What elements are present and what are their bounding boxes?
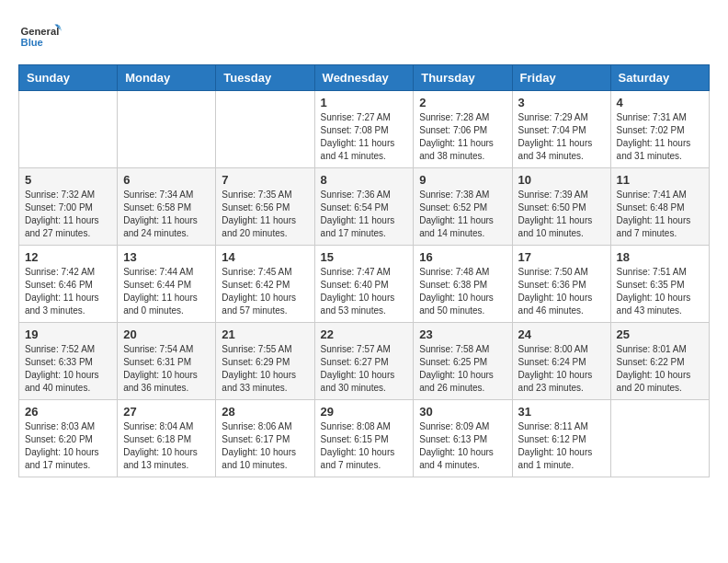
day-number: 28 <box>222 405 308 419</box>
day-number: 8 <box>321 173 408 187</box>
calendar-cell: 12Sunrise: 7:42 AM Sunset: 6:46 PM Dayli… <box>19 246 118 323</box>
day-number: 25 <box>617 327 703 341</box>
day-info: Sunrise: 7:29 AM Sunset: 7:04 PM Dayligh… <box>518 111 605 163</box>
calendar-cell: 21Sunrise: 7:55 AM Sunset: 6:29 PM Dayli… <box>216 323 314 400</box>
day-number: 23 <box>419 327 506 341</box>
day-number: 4 <box>617 96 703 109</box>
day-info: Sunrise: 7:58 AM Sunset: 6:25 PM Dayligh… <box>419 343 506 395</box>
calendar-cell: 11Sunrise: 7:41 AM Sunset: 6:48 PM Dayli… <box>610 168 709 246</box>
calendar-cell: 20Sunrise: 7:54 AM Sunset: 6:31 PM Dayli… <box>118 323 216 400</box>
calendar-week-row: 5Sunrise: 7:32 AM Sunset: 7:00 PM Daylig… <box>19 168 710 246</box>
day-number: 24 <box>518 327 605 341</box>
day-number: 2 <box>419 96 506 109</box>
calendar-cell <box>216 91 314 168</box>
day-number: 14 <box>222 250 308 264</box>
calendar-cell: 17Sunrise: 7:50 AM Sunset: 6:36 PM Dayli… <box>512 246 610 323</box>
calendar-week-row: 26Sunrise: 8:03 AM Sunset: 6:20 PM Dayli… <box>19 400 710 477</box>
calendar-cell: 3Sunrise: 7:29 AM Sunset: 7:04 PM Daylig… <box>512 91 610 168</box>
day-info: Sunrise: 7:42 AM Sunset: 6:46 PM Dayligh… <box>25 266 111 317</box>
calendar-cell: 5Sunrise: 7:32 AM Sunset: 7:00 PM Daylig… <box>19 168 118 246</box>
day-info: Sunrise: 7:48 AM Sunset: 6:38 PM Dayligh… <box>419 266 506 317</box>
calendar-cell: 31Sunrise: 8:11 AM Sunset: 6:12 PM Dayli… <box>512 400 610 477</box>
calendar-cell: 23Sunrise: 7:58 AM Sunset: 6:25 PM Dayli… <box>414 323 512 400</box>
day-info: Sunrise: 7:47 AM Sunset: 6:40 PM Dayligh… <box>321 266 408 317</box>
day-info: Sunrise: 7:39 AM Sunset: 6:50 PM Dayligh… <box>518 189 605 240</box>
calendar-cell <box>610 400 709 477</box>
logo: General Blue <box>18 18 64 55</box>
day-info: Sunrise: 7:54 AM Sunset: 6:31 PM Dayligh… <box>123 343 210 395</box>
day-number: 21 <box>222 327 308 341</box>
day-number: 30 <box>419 405 506 419</box>
day-info: Sunrise: 7:45 AM Sunset: 6:42 PM Dayligh… <box>222 266 308 317</box>
weekday-header: Friday <box>512 65 610 91</box>
day-number: 20 <box>123 327 210 341</box>
day-info: Sunrise: 7:32 AM Sunset: 7:00 PM Dayligh… <box>25 189 111 240</box>
day-number: 10 <box>518 173 605 187</box>
day-number: 26 <box>25 405 111 419</box>
day-number: 11 <box>617 173 703 187</box>
day-info: Sunrise: 7:55 AM Sunset: 6:29 PM Dayligh… <box>222 343 308 395</box>
day-number: 27 <box>123 405 210 419</box>
day-info: Sunrise: 7:35 AM Sunset: 6:56 PM Dayligh… <box>222 189 308 240</box>
day-number: 22 <box>321 327 408 341</box>
weekday-header: Monday <box>118 65 216 91</box>
logo-icon: General Blue <box>18 18 64 55</box>
day-number: 19 <box>25 327 111 341</box>
calendar-cell: 7Sunrise: 7:35 AM Sunset: 6:56 PM Daylig… <box>216 168 314 246</box>
day-info: Sunrise: 8:03 AM Sunset: 6:20 PM Dayligh… <box>25 420 111 472</box>
day-info: Sunrise: 7:50 AM Sunset: 6:36 PM Dayligh… <box>518 266 605 317</box>
day-number: 17 <box>518 250 605 264</box>
day-number: 9 <box>419 173 506 187</box>
day-number: 5 <box>25 173 111 187</box>
day-info: Sunrise: 7:28 AM Sunset: 7:06 PM Dayligh… <box>419 111 506 163</box>
day-info: Sunrise: 8:01 AM Sunset: 6:22 PM Dayligh… <box>617 343 703 395</box>
day-number: 6 <box>123 173 210 187</box>
day-info: Sunrise: 7:34 AM Sunset: 6:58 PM Dayligh… <box>123 189 210 240</box>
calendar-cell: 28Sunrise: 8:06 AM Sunset: 6:17 PM Dayli… <box>216 400 314 477</box>
day-info: Sunrise: 8:08 AM Sunset: 6:15 PM Dayligh… <box>321 420 408 472</box>
day-number: 31 <box>518 405 605 419</box>
calendar-cell: 19Sunrise: 7:52 AM Sunset: 6:33 PM Dayli… <box>19 323 118 400</box>
day-info: Sunrise: 8:00 AM Sunset: 6:24 PM Dayligh… <box>518 343 605 395</box>
weekday-header: Tuesday <box>216 65 314 91</box>
calendar-cell: 18Sunrise: 7:51 AM Sunset: 6:35 PM Dayli… <box>610 246 709 323</box>
calendar-cell: 29Sunrise: 8:08 AM Sunset: 6:15 PM Dayli… <box>314 400 414 477</box>
day-number: 1 <box>321 96 408 109</box>
day-number: 16 <box>419 250 506 264</box>
calendar-cell: 2Sunrise: 7:28 AM Sunset: 7:06 PM Daylig… <box>414 91 512 168</box>
calendar-cell: 1Sunrise: 7:27 AM Sunset: 7:08 PM Daylig… <box>314 91 414 168</box>
day-info: Sunrise: 7:51 AM Sunset: 6:35 PM Dayligh… <box>617 266 703 317</box>
calendar-cell: 4Sunrise: 7:31 AM Sunset: 7:02 PM Daylig… <box>610 91 709 168</box>
calendar-cell: 25Sunrise: 8:01 AM Sunset: 6:22 PM Dayli… <box>610 323 709 400</box>
calendar-cell: 30Sunrise: 8:09 AM Sunset: 6:13 PM Dayli… <box>414 400 512 477</box>
calendar-cell: 27Sunrise: 8:04 AM Sunset: 6:18 PM Dayli… <box>118 400 216 477</box>
calendar-week-row: 19Sunrise: 7:52 AM Sunset: 6:33 PM Dayli… <box>19 323 710 400</box>
day-number: 29 <box>321 405 408 419</box>
day-info: Sunrise: 7:27 AM Sunset: 7:08 PM Dayligh… <box>321 111 408 163</box>
day-info: Sunrise: 7:41 AM Sunset: 6:48 PM Dayligh… <box>617 189 703 240</box>
day-info: Sunrise: 7:36 AM Sunset: 6:54 PM Dayligh… <box>321 189 408 240</box>
calendar-header-row: SundayMondayTuesdayWednesdayThursdayFrid… <box>19 65 710 91</box>
weekday-header: Sunday <box>19 65 118 91</box>
svg-text:General: General <box>21 26 60 37</box>
day-info: Sunrise: 8:11 AM Sunset: 6:12 PM Dayligh… <box>518 420 605 472</box>
calendar-cell: 14Sunrise: 7:45 AM Sunset: 6:42 PM Dayli… <box>216 246 314 323</box>
calendar-cell: 22Sunrise: 7:57 AM Sunset: 6:27 PM Dayli… <box>314 323 414 400</box>
calendar-cell: 6Sunrise: 7:34 AM Sunset: 6:58 PM Daylig… <box>118 168 216 246</box>
calendar-cell: 13Sunrise: 7:44 AM Sunset: 6:44 PM Dayli… <box>118 246 216 323</box>
day-info: Sunrise: 7:38 AM Sunset: 6:52 PM Dayligh… <box>419 189 506 240</box>
calendar-cell: 16Sunrise: 7:48 AM Sunset: 6:38 PM Dayli… <box>414 246 512 323</box>
calendar-week-row: 12Sunrise: 7:42 AM Sunset: 6:46 PM Dayli… <box>19 246 710 323</box>
day-info: Sunrise: 7:44 AM Sunset: 6:44 PM Dayligh… <box>123 266 210 317</box>
day-info: Sunrise: 8:06 AM Sunset: 6:17 PM Dayligh… <box>222 420 308 472</box>
calendar-cell <box>118 91 216 168</box>
page-header: General Blue <box>18 18 710 55</box>
weekday-header: Saturday <box>610 65 709 91</box>
day-number: 3 <box>518 96 605 109</box>
calendar-cell: 26Sunrise: 8:03 AM Sunset: 6:20 PM Dayli… <box>19 400 118 477</box>
weekday-header: Thursday <box>414 65 512 91</box>
calendar-cell: 15Sunrise: 7:47 AM Sunset: 6:40 PM Dayli… <box>314 246 414 323</box>
day-info: Sunrise: 8:09 AM Sunset: 6:13 PM Dayligh… <box>419 420 506 472</box>
calendar-cell: 24Sunrise: 8:00 AM Sunset: 6:24 PM Dayli… <box>512 323 610 400</box>
calendar-cell: 10Sunrise: 7:39 AM Sunset: 6:50 PM Dayli… <box>512 168 610 246</box>
